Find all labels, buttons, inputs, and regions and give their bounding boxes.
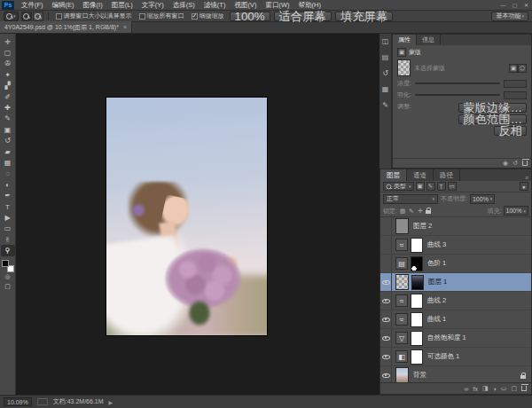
status-arrow-icon[interactable]: ▶ <box>109 399 113 405</box>
zoom-all-windows-checkbox[interactable]: 缩放所有窗口 <box>139 12 184 20</box>
dodge-tool[interactable]: ◐ <box>1 179 15 190</box>
layer-row-vibrance-1[interactable]: ▽ 自然饱和度 1 <box>380 329 531 348</box>
lock-pixels-icon[interactable]: ✎ <box>408 208 415 215</box>
filter-kind-dropdown[interactable]: 类型 ▾ <box>383 182 414 191</box>
layer-row-layer-1[interactable]: 图层 1 <box>380 273 531 292</box>
layer-thumbnail[interactable] <box>395 218 409 234</box>
panel-icon-3[interactable]: ↺ <box>382 69 388 77</box>
layer-mask-thumbnail[interactable] <box>411 275 424 290</box>
fit-screen-button[interactable]: 适合屏幕 <box>274 12 332 21</box>
lock-all-icon[interactable] <box>426 210 431 214</box>
layer-name[interactable]: 色阶 1 <box>427 259 446 268</box>
healing-brush-tool[interactable]: ✚ <box>1 102 15 113</box>
new-layer-icon[interactable]: ▢ <box>511 385 517 392</box>
layer-row-layer-2[interactable]: 图层 2 <box>380 217 531 236</box>
document-tab[interactable]: 4Y0A2549.psd @ 10.1%(图层 1, RGB/8)* × <box>0 21 132 33</box>
layer-mask-thumbnail[interactable] <box>411 331 423 346</box>
menu-layer[interactable]: 图层(L) <box>107 0 137 11</box>
crop-tool[interactable]: ▞ <box>1 81 15 91</box>
density-value-box[interactable] <box>504 80 527 88</box>
layer-name[interactable]: 图层 1 <box>428 278 447 286</box>
tab-paths[interactable]: 路径 <box>434 169 460 181</box>
layer-mask-thumbnail[interactable] <box>411 238 423 253</box>
foreground-color-swatch[interactable] <box>2 260 9 267</box>
curves-adjustment-icon[interactable]: ≈ <box>395 313 408 326</box>
visibility-toggle[interactable] <box>380 348 392 365</box>
visibility-toggle[interactable] <box>380 329 392 347</box>
delete-mask-icon[interactable] <box>522 161 528 166</box>
shape-tool[interactable]: ▭ <box>1 224 15 234</box>
visibility-toggle[interactable] <box>380 255 392 272</box>
levels-adjustment-icon[interactable]: ▤ <box>395 257 408 270</box>
gradient-tool[interactable]: ▦ <box>1 157 15 168</box>
visibility-toggle[interactable] <box>380 273 392 291</box>
panel-icon-5[interactable]: ✎ <box>382 101 388 109</box>
type-tool[interactable]: T <box>1 201 15 212</box>
workspace-switcher[interactable]: 基本功能 ▾ <box>491 12 528 21</box>
fill-screen-button[interactable]: 填充屏幕 <box>335 12 393 21</box>
screen-mode-button[interactable]: ▢ <box>1 282 15 292</box>
layer-row-curves-1[interactable]: ≈ 曲线 1 <box>380 310 531 329</box>
layer-mask-thumbnail[interactable] <box>411 349 423 365</box>
mask-edge-button[interactable]: 蒙版边缘… <box>458 103 527 113</box>
layer-row-selective-color-1[interactable]: ◧ 可选颜色 1 <box>380 348 531 366</box>
tab-layers[interactable]: 图层 <box>380 169 407 181</box>
tool-preset-dropdown[interactable]: ▾ <box>4 12 19 21</box>
menu-select[interactable]: 选择(S) <box>168 0 200 11</box>
panel-icon-4[interactable]: ▦ <box>382 85 389 93</box>
scrubby-zoom-checkbox[interactable]: 细微缩放 <box>192 12 224 20</box>
opacity-dropdown[interactable]: 100% ▾ <box>470 194 495 204</box>
zoom-in-toggle[interactable] <box>21 12 32 21</box>
layer-thumbnail[interactable] <box>395 367 409 382</box>
close-tab-icon[interactable]: × <box>123 24 127 30</box>
pen-tool[interactable]: ✒ <box>1 190 15 200</box>
filter-adjustment-icon[interactable]: ✎ <box>426 182 435 191</box>
visibility-toggle[interactable] <box>380 217 392 235</box>
layer-thumbnail[interactable] <box>395 274 409 290</box>
hand-tool[interactable]: ✌ <box>1 234 15 245</box>
blur-tool[interactable]: ◌ <box>1 169 15 179</box>
menu-help[interactable]: 帮助(H) <box>294 0 325 11</box>
visibility-toggle[interactable] <box>380 292 392 310</box>
new-group-icon[interactable]: ▭ <box>501 385 507 392</box>
eraser-tool[interactable]: ▰ <box>1 146 15 157</box>
lock-transparency-icon[interactable]: ▨ <box>399 208 406 215</box>
filter-pixel-icon[interactable]: ▣ <box>416 182 425 191</box>
layer-name[interactable]: 曲线 2 <box>427 296 446 305</box>
visibility-toggle[interactable] <box>380 366 392 382</box>
fill-dropdown[interactable]: 100% ▾ <box>504 206 528 216</box>
link-layers-icon[interactable]: ∞ <box>464 386 468 392</box>
feather-value-box[interactable] <box>504 91 527 99</box>
quick-selection-tool[interactable]: ✦ <box>1 69 15 80</box>
maximize-button[interactable]: ▢ <box>509 1 520 10</box>
history-brush-tool[interactable]: ↺ <box>1 136 15 146</box>
clone-stamp-tool[interactable]: ▣ <box>1 124 15 135</box>
vibrance-adjustment-icon[interactable]: ▽ <box>395 332 408 344</box>
panel-icon-2[interactable]: ▤ <box>382 53 389 61</box>
feather-slider[interactable] <box>415 94 500 96</box>
marquee-tool[interactable]: ▢ <box>1 47 15 58</box>
add-vector-mask-icon[interactable]: ⬠ <box>518 64 527 73</box>
move-tool[interactable]: ✛ <box>1 36 15 47</box>
tab-properties[interactable]: 属性 <box>393 35 417 45</box>
lasso-tool[interactable]: ✇ <box>1 59 15 69</box>
lock-position-icon[interactable]: ✛ <box>417 208 424 215</box>
menu-window[interactable]: 窗口(W) <box>261 0 293 11</box>
panel-icon-1[interactable]: ◫ <box>382 37 389 45</box>
filter-toggle-icon[interactable]: ● <box>520 182 528 191</box>
delete-layer-icon[interactable] <box>521 386 527 391</box>
menu-type[interactable]: 文字(Y) <box>137 0 168 11</box>
new-adjustment-layer-icon[interactable]: ◑ <box>493 386 497 392</box>
menu-image[interactable]: 图像(I) <box>79 0 107 11</box>
close-button[interactable]: ✕ <box>520 1 532 10</box>
curves-adjustment-icon[interactable]: ≈ <box>395 239 408 251</box>
visibility-toggle[interactable] <box>380 236 392 254</box>
layer-name[interactable]: 可选颜色 1 <box>427 352 459 361</box>
layer-mask-thumbnail[interactable] <box>411 294 423 309</box>
zoom-level-field[interactable]: 10.09% <box>4 397 32 406</box>
eyedropper-tool[interactable]: ✐ <box>1 91 15 102</box>
color-swatches[interactable] <box>2 260 14 272</box>
color-range-button[interactable]: 颜色范围… <box>458 114 527 124</box>
mask-disable-icon[interactable]: ↺ <box>512 160 518 167</box>
panel-menu-icon[interactable]: ≡ <box>525 175 528 181</box>
